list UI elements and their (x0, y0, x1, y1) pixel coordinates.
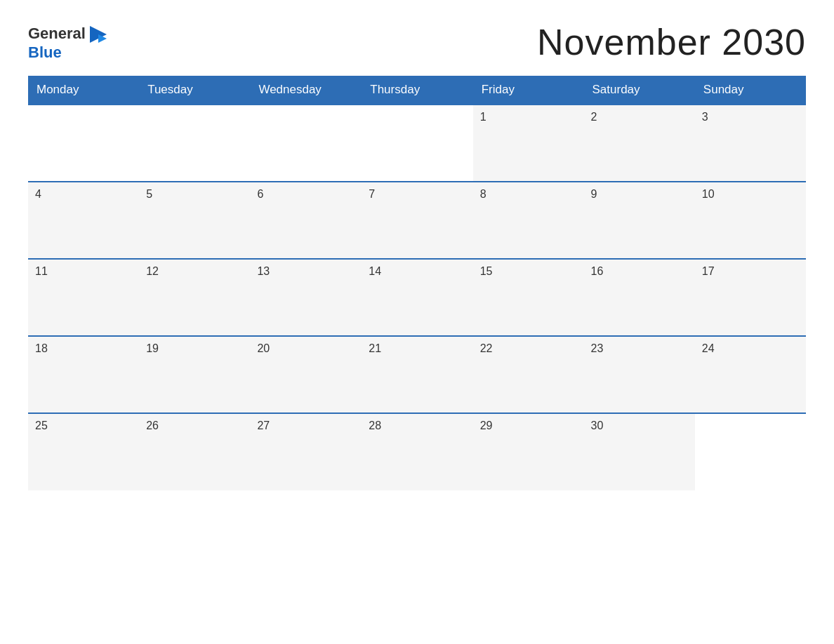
calendar-day-cell: 10 (695, 182, 806, 259)
calendar-day-cell: 26 (139, 413, 250, 490)
calendar-day-cell: 4 (28, 182, 139, 259)
calendar-week-row: 18192021222324 (28, 336, 806, 413)
calendar-day-cell: 7 (362, 182, 472, 259)
col-tuesday: Tuesday (139, 76, 250, 105)
col-wednesday: Wednesday (250, 76, 362, 105)
day-number: 17 (702, 265, 715, 277)
calendar-day-cell: 11 (28, 259, 139, 336)
day-number: 1 (480, 111, 486, 123)
day-number: 9 (591, 188, 597, 200)
calendar-day-cell: 3 (695, 105, 806, 182)
day-number: 13 (257, 265, 270, 277)
day-number: 4 (35, 188, 41, 200)
calendar-header-row: Monday Tuesday Wednesday Thursday Friday… (28, 76, 806, 105)
day-number: 18 (35, 342, 48, 354)
logo-icon (88, 25, 108, 44)
day-number: 25 (35, 420, 48, 431)
day-number: 12 (146, 265, 159, 277)
calendar-day-cell: 25 (28, 413, 139, 490)
calendar-day-cell: 6 (250, 182, 362, 259)
calendar-day-cell: 8 (473, 182, 584, 259)
day-number: 6 (257, 188, 263, 200)
calendar-week-row: 45678910 (28, 182, 806, 259)
calendar-day-cell: 18 (28, 336, 139, 413)
day-number: 22 (480, 342, 493, 354)
day-number: 3 (702, 111, 708, 123)
calendar-day-cell (139, 105, 250, 182)
calendar-day-cell: 13 (250, 259, 362, 336)
calendar-day-cell: 22 (473, 336, 584, 413)
calendar-day-cell: 20 (250, 336, 362, 413)
calendar-day-cell (362, 105, 472, 182)
day-number: 23 (591, 342, 604, 354)
calendar-day-cell (250, 105, 362, 182)
calendar-day-cell: 2 (584, 105, 695, 182)
calendar-day-cell: 24 (695, 336, 806, 413)
day-number: 28 (369, 420, 381, 431)
day-number: 11 (35, 265, 48, 277)
calendar-day-cell: 14 (362, 259, 472, 336)
calendar-day-cell: 15 (473, 259, 584, 336)
day-number: 20 (257, 342, 270, 354)
calendar-day-cell: 21 (362, 336, 472, 413)
day-number: 16 (591, 265, 604, 277)
month-title: November 2030 (537, 21, 806, 63)
logo-text-blue: Blue (28, 44, 62, 61)
col-sunday: Sunday (695, 76, 806, 105)
day-number: 30 (591, 420, 604, 431)
calendar-day-cell (28, 105, 139, 182)
calendar-day-cell: 12 (139, 259, 250, 336)
logo: General Blue (28, 23, 108, 61)
calendar-day-cell: 19 (139, 336, 250, 413)
calendar-day-cell (695, 413, 806, 490)
day-number: 26 (146, 420, 159, 431)
day-number: 5 (146, 188, 152, 200)
calendar-week-row: 252627282930 (28, 413, 806, 490)
calendar-day-cell: 29 (473, 413, 584, 490)
logo-text-general: General (28, 25, 86, 42)
calendar-week-row: 11121314151617 (28, 259, 806, 336)
day-number: 15 (480, 265, 493, 277)
calendar-day-cell: 9 (584, 182, 695, 259)
calendar-week-row: 123 (28, 105, 806, 182)
page-header: General Blue November 2030 (28, 21, 806, 63)
calendar-day-cell: 1 (473, 105, 584, 182)
day-number: 14 (369, 265, 381, 277)
calendar-day-cell: 5 (139, 182, 250, 259)
day-number: 7 (369, 188, 375, 200)
day-number: 24 (702, 342, 715, 354)
calendar-day-cell: 23 (584, 336, 695, 413)
col-thursday: Thursday (362, 76, 472, 105)
col-monday: Monday (28, 76, 139, 105)
col-saturday: Saturday (584, 76, 695, 105)
calendar-day-cell: 17 (695, 259, 806, 336)
day-number: 8 (480, 188, 486, 200)
day-number: 27 (257, 420, 270, 431)
calendar-day-cell: 30 (584, 413, 695, 490)
day-number: 10 (702, 188, 715, 200)
calendar: Monday Tuesday Wednesday Thursday Friday… (28, 76, 806, 490)
calendar-day-cell: 28 (362, 413, 472, 490)
day-number: 21 (369, 342, 381, 354)
col-friday: Friday (473, 76, 584, 105)
day-number: 29 (480, 420, 493, 431)
day-number: 19 (146, 342, 159, 354)
calendar-day-cell: 27 (250, 413, 362, 490)
day-number: 2 (591, 111, 597, 123)
calendar-day-cell: 16 (584, 259, 695, 336)
